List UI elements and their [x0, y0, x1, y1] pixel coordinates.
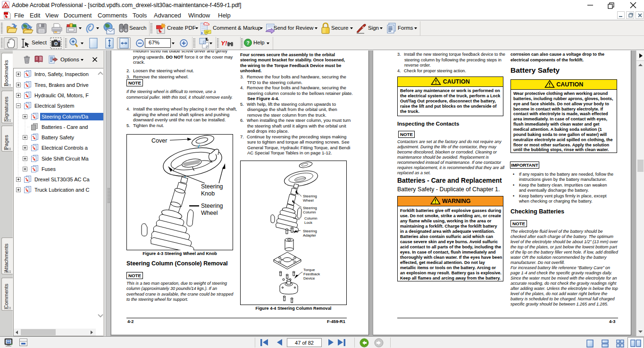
svg-text:Steering: Steering [201, 183, 223, 190]
svg-text:Wheel: Wheel [201, 210, 217, 216]
svg-text:Adapter: Adapter [303, 233, 316, 238]
svg-text:Column: Column [304, 216, 318, 221]
svg-text:Steering: Steering [303, 229, 317, 233]
svg-text:Steering: Steering [303, 206, 317, 210]
svg-text:Device: Device [303, 276, 315, 280]
svg-text:Knob: Knob [201, 190, 215, 197]
svg-text:Cover: Cover [151, 137, 167, 144]
svg-text:?: ? [246, 40, 250, 46]
svg-text:Torque: Torque [303, 268, 315, 272]
svg-text:Feedback: Feedback [303, 272, 320, 276]
svg-text:Lock: Lock [304, 221, 313, 225]
svg-text:Steering: Steering [201, 203, 223, 209]
svg-text:Column: Column [303, 210, 316, 214]
svg-text:Wheel: Wheel [303, 198, 314, 203]
svg-text:Steering: Steering [303, 194, 317, 198]
